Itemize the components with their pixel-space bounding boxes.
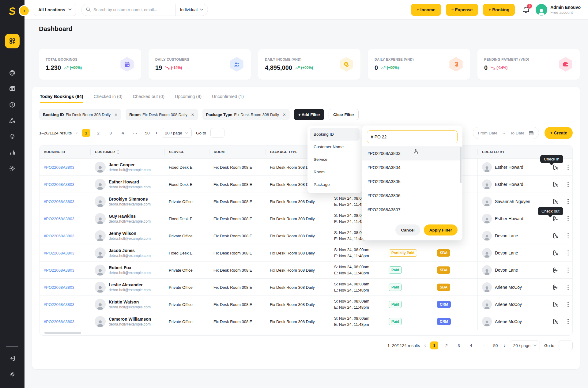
chip-remove-icon[interactable]: ✕ bbox=[191, 112, 194, 117]
tab-unconfirmed[interactable]: Unconfirmed (1) bbox=[212, 94, 244, 103]
row-menu-button[interactable] bbox=[567, 302, 569, 307]
tab-upcoming[interactable]: Upcoming (9) bbox=[175, 94, 202, 103]
next-page-button[interactable]: › bbox=[156, 130, 157, 136]
sidebar-item-settings[interactable] bbox=[0, 161, 24, 176]
tab-today-bookings[interactable]: Today Bookings (94) bbox=[40, 94, 83, 103]
filter-options-list: #PO22068A3803 #PO22068A3804 #PO22068A380… bbox=[362, 146, 462, 217]
next-page-button[interactable]: › bbox=[504, 342, 506, 348]
check-in-button[interactable] bbox=[552, 198, 559, 205]
check-in-button[interactable] bbox=[552, 181, 559, 187]
booking-id-link[interactable]: #PO22068A3803 bbox=[44, 165, 74, 170]
booking-id-link[interactable]: #PO22068A3803 bbox=[44, 234, 74, 238]
booking-id-link[interactable]: #PO22068A3803 bbox=[44, 217, 74, 221]
booking-id-link[interactable]: #PO22068A3803 bbox=[44, 302, 74, 307]
chip-remove-icon[interactable]: ✕ bbox=[283, 112, 286, 117]
check-out-button[interactable] bbox=[552, 284, 559, 290]
menu-item-service[interactable]: Service bbox=[310, 153, 360, 166]
row-menu-button[interactable] bbox=[567, 164, 569, 170]
search-input[interactable] bbox=[93, 7, 175, 12]
sidebar-item-logout[interactable] bbox=[0, 351, 24, 366]
row-menu-button[interactable] bbox=[567, 267, 569, 273]
check-in-button[interactable] bbox=[552, 301, 559, 307]
clear-filter-button[interactable]: Clear Filter bbox=[329, 109, 359, 120]
person-icon bbox=[96, 268, 105, 276]
sidebar-item-sync[interactable] bbox=[0, 66, 24, 80]
row-menu-button[interactable] bbox=[567, 233, 569, 239]
menu-item-customer-name[interactable]: Customer Name bbox=[310, 141, 360, 153]
booking-id-link[interactable]: #PO22068A3803 bbox=[44, 285, 74, 290]
sidebar-item-reports[interactable] bbox=[0, 145, 24, 160]
menu-item-room[interactable]: Room bbox=[310, 166, 360, 178]
add-filter-button[interactable]: + Add Filter bbox=[294, 109, 324, 120]
cancel-button[interactable]: Cancel bbox=[395, 224, 420, 235]
location-selector[interactable]: All Locations bbox=[34, 4, 76, 16]
check-in-button[interactable] bbox=[552, 233, 559, 239]
per-page-selector[interactable]: 20 / page bbox=[510, 341, 540, 350]
income-button[interactable]: + Income bbox=[411, 4, 441, 16]
search-scope-selector[interactable]: Individual bbox=[175, 4, 208, 16]
row-menu-button[interactable] bbox=[567, 284, 569, 290]
goto-page-input[interactable] bbox=[559, 341, 573, 350]
row-menu-button[interactable] bbox=[567, 182, 569, 187]
create-button[interactable]: + Create bbox=[545, 127, 573, 139]
check-in-button[interactable] bbox=[552, 250, 559, 256]
sidebar-item-team[interactable] bbox=[0, 113, 24, 128]
sidebar-item-money[interactable] bbox=[0, 81, 24, 96]
chip-remove-icon[interactable]: ✕ bbox=[114, 112, 118, 117]
option-po22068a3806[interactable]: #PO22068A3806 bbox=[362, 189, 462, 203]
dropdown-scrollbar-thumb[interactable] bbox=[460, 147, 462, 183]
expense-button[interactable]: − Expense bbox=[446, 4, 478, 16]
option-po22068a3807[interactable]: #PO22068A3807 bbox=[362, 203, 462, 217]
page-2-button[interactable]: 2 bbox=[443, 341, 450, 349]
page-1-button[interactable]: 1 bbox=[82, 129, 90, 137]
stat-value: 0 bbox=[484, 64, 488, 71]
page-3-button[interactable]: 3 bbox=[107, 129, 115, 137]
page-50-button[interactable]: 50 bbox=[492, 341, 499, 349]
sidebar-item-theme[interactable] bbox=[0, 367, 24, 382]
menu-item-package[interactable]: Package bbox=[310, 178, 360, 191]
horizontal-scrollbar[interactable] bbox=[40, 330, 572, 335]
col-customer[interactable]: CUSTOMER bbox=[90, 149, 164, 155]
booking-id-link[interactable]: #PO22068A3803 bbox=[44, 251, 74, 255]
option-po22068a3803[interactable]: #PO22068A3803 bbox=[362, 146, 462, 160]
booking-button[interactable]: + Booking bbox=[483, 4, 515, 16]
sidebar-item-cloud[interactable] bbox=[0, 129, 24, 144]
booking-id-link[interactable]: #PO22068A3803 bbox=[44, 199, 74, 204]
row-menu-button[interactable] bbox=[567, 319, 569, 324]
tab-checked-out[interactable]: Checked out (0) bbox=[133, 94, 164, 103]
page-50-button[interactable]: 50 bbox=[143, 129, 151, 137]
booking-id-filter-input[interactable]: # PO 22 bbox=[367, 130, 458, 143]
notifications-button[interactable]: 9 bbox=[522, 6, 531, 14]
sidebar-item-dashboard[interactable] bbox=[5, 34, 20, 48]
check-in-button[interactable] bbox=[552, 318, 559, 325]
sidebar-expand-button[interactable]: › bbox=[20, 6, 29, 15]
page-4-button[interactable]: 4 bbox=[467, 341, 475, 349]
menu-item-booking-id[interactable]: Booking ID bbox=[310, 128, 360, 141]
check-in-button[interactable] bbox=[552, 164, 559, 170]
scrollbar-thumb[interactable] bbox=[44, 332, 81, 334]
check-out-button[interactable] bbox=[552, 216, 559, 222]
apply-filter-button[interactable]: Apply Filter bbox=[424, 224, 458, 235]
page-4-button[interactable]: 4 bbox=[119, 129, 127, 137]
page-1-button[interactable]: 1 bbox=[430, 341, 438, 349]
prev-page-button[interactable]: ‹ bbox=[76, 130, 78, 136]
page-2-button[interactable]: 2 bbox=[94, 129, 102, 137]
option-po22068a3805[interactable]: #PO22068A3805 bbox=[362, 175, 462, 189]
booking-id-link[interactable]: #PO22068A3803 bbox=[44, 182, 74, 187]
goto-page-input[interactable] bbox=[210, 128, 224, 138]
booking-id-link[interactable]: #PO22068A3803 bbox=[44, 319, 74, 324]
tab-checked-in[interactable]: Checked in (0) bbox=[94, 94, 123, 103]
booking-id-link[interactable]: #PO22068A3803 bbox=[44, 268, 74, 273]
date-range-picker[interactable]: From Date → To Date bbox=[473, 127, 539, 139]
prev-page-button[interactable]: ‹ bbox=[424, 342, 426, 348]
check-out-button[interactable] bbox=[552, 267, 559, 273]
row-menu-button[interactable] bbox=[567, 199, 569, 204]
row-menu-button[interactable] bbox=[567, 216, 569, 221]
option-po22068a3804[interactable]: #PO22068A3804 bbox=[362, 160, 462, 175]
page-3-button[interactable]: 3 bbox=[455, 341, 463, 349]
per-page-selector[interactable]: 20 / page bbox=[162, 128, 192, 138]
sidebar-item-alerts[interactable] bbox=[0, 97, 24, 112]
page-title: Dashboard bbox=[39, 25, 73, 32]
user-menu[interactable]: Admin Enouvo Free account bbox=[536, 4, 581, 16]
row-menu-button[interactable] bbox=[567, 250, 569, 256]
